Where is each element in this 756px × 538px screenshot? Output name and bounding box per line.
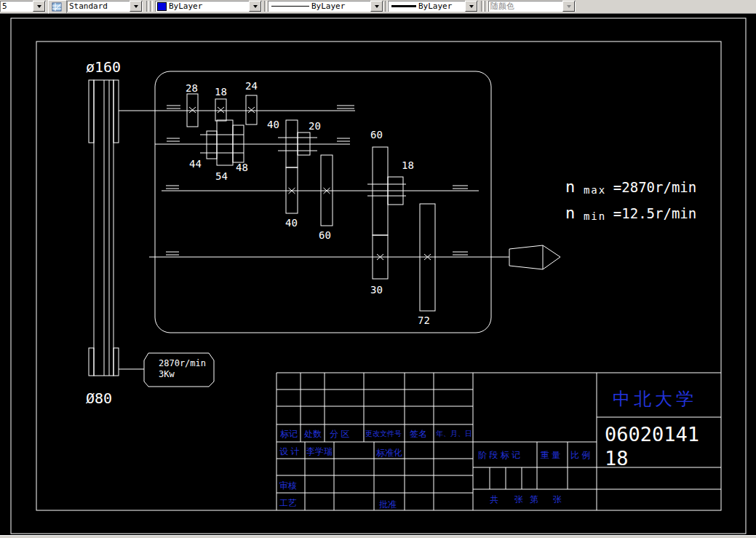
lineweight-sample-icon: [391, 5, 416, 7]
cad-application-window: 5 Standard ByLayer ByLayer: [0, 0, 756, 538]
count-label: 处数: [303, 429, 322, 439]
gear-label: 20: [309, 120, 321, 132]
text-style-manager-button[interactable]: [48, 0, 67, 14]
sliding-gear-block-44-54-48: [200, 120, 244, 165]
motor-speed-label: 2870r/min: [159, 358, 206, 368]
plot-style-value: 随颜色: [488, 1, 562, 12]
toolbar-separator: [481, 1, 484, 12]
dropdown-arrow-icon[interactable]: [465, 1, 477, 12]
change-file-no-label: 更改文件号: [365, 430, 402, 438]
toolbar-separator: [264, 1, 267, 12]
zone-label: 分 区: [330, 429, 349, 439]
standardization-label: 标准化: [376, 448, 402, 458]
fixed-gear-cross-icon: [248, 107, 255, 113]
dim-style-value: 5: [0, 1, 32, 11]
gear-24: [246, 95, 257, 124]
linetype-sample-icon: [271, 6, 309, 7]
toolbar-separator: [150, 1, 153, 12]
gear-label: 60: [370, 129, 383, 141]
gear-label: 72: [418, 315, 430, 326]
gear-18-shaft1: [215, 99, 226, 121]
gear-label: 18: [402, 159, 414, 171]
document-number-line2: 18: [605, 447, 629, 470]
title-block-text: 标记 处数 分 区 更改文件号 签名 年、月、日 设 计 李学瑞 标准化 审核 …: [279, 389, 699, 510]
linetype-combo[interactable]: ByLayer: [268, 1, 383, 12]
sheet-no-label: 第: [530, 494, 538, 505]
pulley-top-diameter-label: ø160: [86, 58, 121, 76]
university-name: 中北大学: [613, 389, 697, 408]
dropdown-arrow-icon[interactable]: [249, 1, 261, 12]
designer-name: 李学瑞: [306, 446, 333, 456]
scale-label: 比 例: [570, 450, 590, 460]
signature-label: 签名: [410, 429, 427, 439]
motor-power-label: 3Kw: [159, 369, 175, 379]
sheets-label: 张: [514, 494, 523, 505]
gear-label: 28: [186, 82, 198, 94]
color-combo[interactable]: ByLayer: [155, 1, 262, 12]
dropdown-arrow-icon[interactable]: [130, 1, 142, 12]
total-label: 共: [490, 494, 498, 505]
text-style-icon: [52, 2, 63, 12]
text-style-value: Standard: [67, 1, 129, 11]
gear-label: 40: [285, 217, 298, 229]
text-style-combo[interactable]: Standard: [67, 1, 143, 12]
lineweight-combo[interactable]: ByLayer: [388, 1, 478, 12]
toolbar-separator: [485, 1, 488, 12]
color-value: ByLayer: [167, 1, 248, 11]
belt-pulley-drive: [89, 80, 119, 376]
color-swatch-icon: [157, 2, 167, 11]
plot-style-combo: 随颜色: [488, 1, 576, 12]
fixed-gear-cross-icon: [189, 107, 196, 113]
sheet-label: 张: [553, 494, 562, 505]
window-bottom-edge: [0, 535, 756, 538]
dropdown-arrow-icon: [562, 1, 575, 12]
gear-label: 44: [189, 158, 202, 170]
gear-label: 30: [370, 284, 383, 296]
speed-min-annotation: n min =12.5r/min: [565, 204, 696, 223]
weight-label: 重 量: [541, 450, 560, 460]
date-label: 年、月、日: [436, 430, 472, 438]
gear-label: 54: [215, 170, 228, 182]
check-label: 审核: [279, 480, 297, 491]
drawing-canvas[interactable]: ø160 Ø80 2870r/min 3Kw: [0, 13, 756, 535]
gear-label: 18: [215, 86, 227, 98]
document-number-line1: 06020141: [605, 423, 699, 446]
process-label: 工艺: [279, 498, 297, 508]
pulley-bottom-diameter-label: Ø80: [86, 389, 112, 407]
gear-label: 40: [267, 119, 279, 130]
fixed-gear-cross-icon: [218, 107, 224, 113]
dim-style-combo[interactable]: 5: [0, 1, 46, 12]
mark-label: 标记: [280, 429, 298, 439]
gear-label: 60: [319, 229, 331, 241]
lineweight-value: ByLayer: [416, 1, 464, 11]
gear-label: 48: [236, 162, 248, 173]
speed-max-annotation: n max =2870r/min: [565, 178, 696, 197]
dropdown-arrow-icon[interactable]: [370, 1, 383, 12]
output-spindle-cone: [509, 245, 560, 269]
design-label: 设 计: [279, 446, 299, 456]
stage-mark-label: 阶 段 标 记: [478, 450, 520, 460]
properties-toolbar: 5 Standard ByLayer ByLayer: [0, 0, 756, 14]
gear-labels: 28 18 24 40 20 44 54 48 40 60 60 18 30 7…: [186, 80, 430, 326]
gear-label: 24: [245, 80, 258, 92]
toolbar-separator: [146, 1, 149, 12]
linetype-value: ByLayer: [309, 1, 370, 11]
shaft-lines: [119, 111, 509, 257]
dropdown-arrow-icon[interactable]: [33, 1, 45, 12]
approve-label: 批准: [379, 499, 397, 510]
